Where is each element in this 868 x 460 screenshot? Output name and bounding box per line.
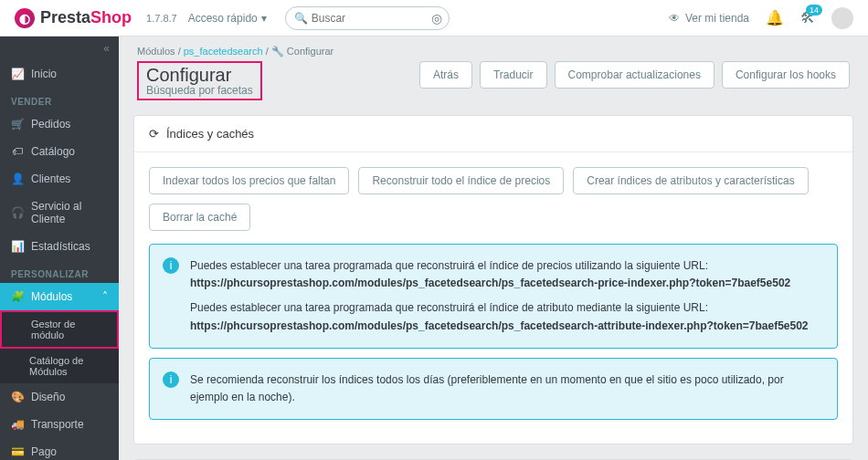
page-header: Configurar Búsqueda por facetas Atrás Tr… bbox=[119, 58, 868, 115]
indices-panel: ⟳ Índices y cachés Indexar todos los pre… bbox=[133, 115, 853, 444]
puzzle-icon: 🧩 bbox=[11, 290, 24, 303]
logo-icon: ◐ bbox=[15, 8, 35, 28]
sidebar-item-catalog[interactable]: 🏷Catálogo bbox=[0, 138, 119, 165]
user-icon: 👤 bbox=[11, 172, 24, 185]
truck-icon: 🚚 bbox=[11, 418, 24, 431]
debug-count-badge: 14 bbox=[806, 5, 822, 16]
search-icon: 🔍 bbox=[294, 12, 308, 25]
debug-icon[interactable]: 🛠 14 bbox=[800, 10, 815, 26]
sidebar-item-modules[interactable]: 🧩Módulos ˄ bbox=[0, 283, 119, 310]
section-personalize: PERSONALIZAR bbox=[0, 260, 119, 283]
create-indices-button[interactable]: Crear índices de atributos y característ… bbox=[573, 167, 808, 194]
sidebar-item-service[interactable]: 🎧Servicio al Cliente bbox=[0, 193, 119, 233]
notifications-icon[interactable]: 🔔 bbox=[766, 9, 784, 26]
sidebar-item-payment[interactable]: 💳Pago bbox=[0, 438, 119, 460]
topbar: ◐ PrestaShop 1.7.8.7 Acceso rápido ▾ 🔍 ◎… bbox=[0, 0, 868, 37]
indices-panel-header: ⟳ Índices y cachés bbox=[134, 116, 852, 152]
config-icon: 🔧 bbox=[271, 46, 284, 57]
stats-icon: 📊 bbox=[11, 240, 24, 253]
rebuild-price-button[interactable]: Reconstruir todo el índice de precios bbox=[358, 167, 564, 194]
page-subtitle: Búsqueda por facetas bbox=[146, 84, 253, 97]
dashboard-icon: 📈 bbox=[11, 68, 24, 80]
logo-text: PrestaShop bbox=[40, 8, 132, 27]
chevron-down-icon: ▾ bbox=[261, 12, 267, 25]
sidebar-item-clients[interactable]: 👤Clientes bbox=[0, 165, 119, 193]
cart-icon: 🛒 bbox=[11, 118, 24, 131]
check-updates-button[interactable]: Comprobar actualizaciones bbox=[555, 61, 715, 89]
clear-cache-button[interactable]: Borrar la caché bbox=[149, 204, 250, 231]
cron-info-box: i Puedes establecer una tarea programada… bbox=[149, 244, 838, 349]
modules-submenu: Gestor de módulo Catálogo de Módulos bbox=[0, 310, 119, 383]
sidebar-item-stats[interactable]: 📊Estadísticas bbox=[0, 233, 119, 260]
header-actions: Atrás Traducir Comprobar actualizaciones… bbox=[419, 61, 850, 89]
sidebar-item-orders[interactable]: 🛒Pedidos bbox=[0, 110, 119, 138]
brush-icon: 🎨 bbox=[11, 391, 24, 403]
sidebar-item-transport[interactable]: 🚚Transporte bbox=[0, 411, 119, 438]
main-content: Módulos / ps_facetedsearch / 🔧 Configura… bbox=[119, 37, 868, 460]
search-input[interactable] bbox=[285, 6, 450, 30]
headset-icon: 🎧 bbox=[11, 206, 24, 219]
config-hooks-button[interactable]: Configurar los hooks bbox=[722, 61, 850, 89]
info-icon: i bbox=[163, 371, 179, 388]
breadcrumb: Módulos / ps_facetedsearch / 🔧 Configura… bbox=[119, 37, 868, 58]
sidebar: « 📈Inicio VENDER 🛒Pedidos 🏷Catálogo 👤Cli… bbox=[0, 37, 119, 460]
search-target-icon[interactable]: ◎ bbox=[431, 11, 442, 26]
page-title: Configurar bbox=[146, 65, 253, 86]
sidebar-sub-module-manager[interactable]: Gestor de módulo bbox=[0, 310, 119, 349]
translate-button[interactable]: Traducir bbox=[480, 61, 547, 89]
topbar-right: 👁 Ver mi tienda 🔔 🛠 14 bbox=[669, 7, 853, 29]
refresh-icon: ⟳ bbox=[149, 127, 159, 141]
info-icon: i bbox=[163, 257, 179, 274]
sidebar-sub-module-catalog[interactable]: Catálogo de Módulos bbox=[0, 349, 119, 383]
index-prices-button[interactable]: Indexar todos los precios que faltan bbox=[149, 167, 349, 194]
version-label: 1.7.8.7 bbox=[146, 13, 177, 24]
avatar[interactable] bbox=[831, 7, 853, 29]
back-button[interactable]: Atrás bbox=[419, 61, 472, 89]
quick-access-dropdown[interactable]: Acceso rápido ▾ bbox=[188, 12, 267, 25]
view-shop-link[interactable]: 👁 Ver mi tienda bbox=[669, 12, 749, 25]
search-wrap: 🔍 ◎ bbox=[285, 6, 450, 30]
index-buttons: Indexar todos los precios que faltan Rec… bbox=[149, 167, 838, 231]
tag-icon: 🏷 bbox=[11, 145, 24, 158]
sidebar-item-design[interactable]: 🎨Diseño bbox=[0, 383, 119, 411]
recommend-info-box: i Se recomienda reconstruir los índices … bbox=[149, 358, 838, 420]
chevron-up-icon: ˄ bbox=[102, 290, 108, 303]
card-icon: 💳 bbox=[11, 445, 24, 458]
section-sell: VENDER bbox=[0, 88, 119, 110]
logo[interactable]: ◐ PrestaShop bbox=[15, 8, 132, 28]
eye-icon: 👁 bbox=[669, 12, 680, 25]
page-title-box: Configurar Búsqueda por facetas bbox=[137, 61, 262, 100]
breadcrumb-module-link[interactable]: ps_facetedsearch bbox=[184, 46, 263, 57]
collapse-sidebar-icon[interactable]: « bbox=[0, 37, 119, 60]
sidebar-item-home[interactable]: 📈Inicio bbox=[0, 60, 119, 88]
